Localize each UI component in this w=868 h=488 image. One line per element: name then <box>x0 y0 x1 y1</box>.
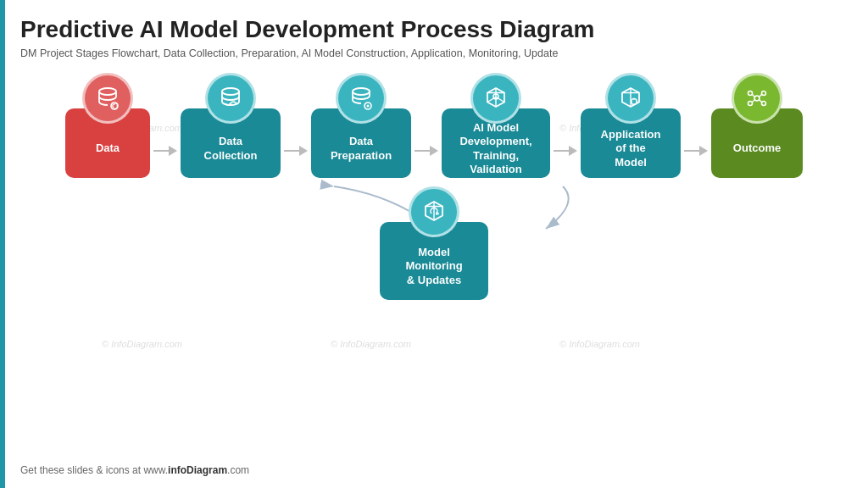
page-title: Predictive AI Model Development Process … <box>20 15 848 44</box>
data-icon-circle <box>82 73 133 124</box>
svg-point-0 <box>99 88 116 95</box>
main-flow-row: Data DataCollection <box>65 73 803 178</box>
diagram-area: Data DataCollection <box>0 73 868 288</box>
node-collection: DataCollection <box>181 73 281 178</box>
node-aimodel: AI ModelDevelopment,Training,Validation <box>442 73 550 178</box>
arrow-1 <box>150 142 181 159</box>
node-preparation: DataPreparation <box>311 73 411 178</box>
footer: Get these slides & icons at www.infoDiag… <box>20 464 848 476</box>
application-label: Applicationof theModel <box>601 128 661 169</box>
monitoring-node: ModelMonitoring& Updates <box>380 186 488 301</box>
database-wave-icon <box>217 85 244 112</box>
svg-point-11 <box>748 101 753 105</box>
database-gear-icon <box>94 85 121 112</box>
cube-gear-icon <box>482 85 509 112</box>
node-data: Data <box>65 73 150 178</box>
arrow-5 <box>681 142 711 159</box>
footer-brand: infoDiagram <box>168 464 227 476</box>
watermark-5: © InfoDiagram.com <box>331 339 411 349</box>
svg-point-10 <box>762 91 766 95</box>
collection-label: DataCollection <box>204 135 258 163</box>
svg-point-12 <box>762 101 766 105</box>
arrow-3 <box>411 142 442 159</box>
page-subtitle: DM Project Stages Flowchart, Data Collec… <box>20 47 848 59</box>
header: Predictive AI Model Development Process … <box>0 0 868 64</box>
network-nodes-icon <box>743 85 771 112</box>
database-gear2-icon <box>348 85 375 112</box>
node-application: Applicationof theModel <box>581 73 681 178</box>
footer-text: Get these slides & icons at www.infoDiag… <box>20 464 249 476</box>
node-outcome: Outcome <box>711 73 803 178</box>
outcome-icon-circle <box>732 73 782 124</box>
outcome-label: Outcome <box>733 141 781 155</box>
watermark-4: © InfoDiagram.com <box>102 339 182 349</box>
svg-point-2 <box>222 88 239 95</box>
svg-point-8 <box>754 96 760 101</box>
preparation-icon-circle <box>336 73 387 124</box>
watermark-6: © InfoDiagram.com <box>559 339 640 349</box>
aimodel-icon-circle <box>470 73 521 124</box>
cube-refresh-icon <box>420 198 448 225</box>
collection-icon-circle <box>205 73 256 124</box>
arrow-4 <box>550 142 581 159</box>
svg-point-9 <box>748 91 753 95</box>
preparation-label: DataPreparation <box>331 135 392 163</box>
monitoring-icon-circle <box>409 186 459 237</box>
svg-point-3 <box>353 88 370 95</box>
aimodel-label: AI ModelDevelopment,Training,Validation <box>459 121 531 176</box>
svg-point-5 <box>367 104 370 107</box>
monitoring-section: ModelMonitoring& Updates <box>20 178 848 288</box>
data-label: Data <box>96 141 120 155</box>
cube-settings-icon <box>617 85 644 112</box>
application-icon-circle <box>605 73 656 124</box>
arrow-2 <box>281 142 311 159</box>
monitoring-label: ModelMonitoring& Updates <box>405 246 462 287</box>
